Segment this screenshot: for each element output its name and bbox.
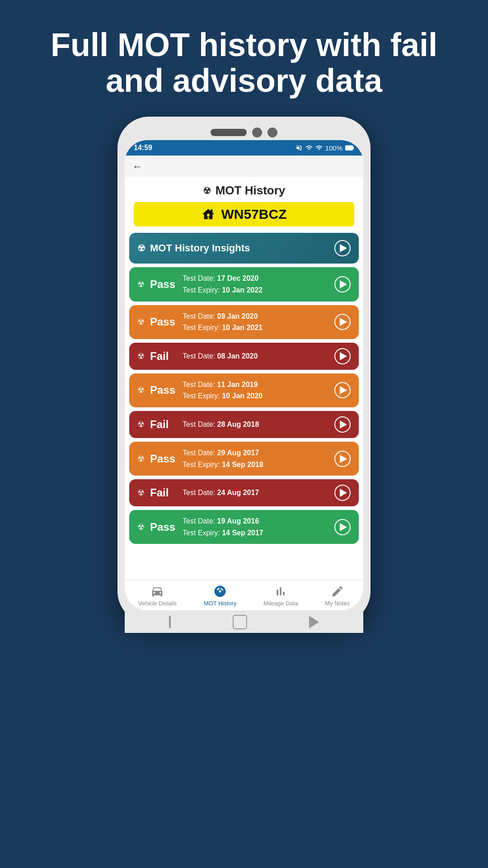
play-icon-6: [340, 489, 347, 497]
license-plate: WN57BCZ: [134, 202, 354, 226]
garage-icon: [201, 207, 216, 222]
status-time: 14:59: [134, 144, 152, 152]
mot-row-2[interactable]: ☢ Fail Test Date: 08 Jan 2020: [129, 343, 359, 370]
mot-rows-container: ☢ Pass Test Date: 17 Dec 2020Test Expiry…: [129, 267, 359, 544]
title-text: MOT History: [216, 184, 286, 198]
mot-row-1[interactable]: ☢ Pass Test Date: 09 Jan 2020Test Expiry…: [129, 305, 359, 339]
nav-item-mot-history[interactable]: MOT History: [204, 585, 237, 607]
nav-item-my-notes[interactable]: My Notes: [325, 585, 350, 607]
play-btn-5[interactable]: [334, 451, 351, 467]
mot-row-left-4: ☢ Fail Test Date: 28 Aug 2018: [137, 418, 259, 431]
nav-bar: ←: [125, 156, 363, 177]
home-triangle-icon: [309, 616, 319, 628]
pencil-icon: [331, 585, 344, 598]
mot-row-3[interactable]: ☢ Pass Test Date: 11 Jan 2019Test Expiry…: [129, 373, 359, 407]
mot-row-left-5: ☢ Pass Test Date: 29 Aug 2017Test Expiry…: [137, 447, 263, 470]
back-button[interactable]: ←: [132, 160, 143, 173]
play-btn-7[interactable]: [334, 519, 351, 535]
car-icon: [150, 585, 164, 598]
mot-rad-icon-4: ☢: [137, 420, 145, 429]
mot-row-0[interactable]: ☢ Pass Test Date: 17 Dec 2020Test Expiry…: [129, 267, 359, 301]
mot-row-left-3: ☢ Pass Test Date: 11 Jan 2019Test Expiry…: [137, 379, 263, 402]
status-bar: 14:59 100%: [125, 140, 363, 156]
battery-icon: [345, 145, 354, 151]
screen-content: ☢ MOT History WN57BCZ ☢ MOT History Insi…: [125, 177, 363, 580]
phone-wrap: 14:59 100% ← ☢ MOT History: [117, 117, 371, 623]
play-btn-0[interactable]: [334, 276, 351, 292]
mot-rad-icon-5: ☢: [137, 454, 145, 464]
mot-row-left-7: ☢ Pass Test Date: 19 Aug 2016Test Expiry…: [137, 515, 263, 538]
svg-rect-0: [345, 146, 353, 150]
play-btn-2[interactable]: [334, 348, 351, 364]
insights-radiation-icon: ☢: [137, 243, 145, 254]
mot-status-5: Pass: [150, 453, 177, 465]
nav-vehicle-details-label: Vehicle Details: [138, 600, 177, 607]
mot-status-2: Fail: [150, 350, 177, 363]
mot-status-1: Pass: [150, 316, 177, 328]
headline: Full MOT history with fail and advisory …: [0, 0, 488, 112]
insights-row[interactable]: ☢ MOT History Insights: [129, 233, 359, 264]
play-btn-6[interactable]: [334, 485, 351, 501]
status-icons: 100%: [296, 144, 354, 152]
mot-dates-6: Test Date: 24 Aug 2017: [183, 487, 259, 499]
play-icon-1: [340, 318, 347, 326]
mot-dates-0: Test Date: 17 Dec 2020Test Expiry: 10 Ja…: [183, 273, 263, 296]
phone-outer: 14:59 100% ← ☢ MOT History: [117, 117, 371, 623]
nav-notes-label: My Notes: [325, 600, 350, 607]
mot-rad-icon-7: ☢: [137, 522, 145, 532]
phone-speaker: [211, 129, 247, 136]
mot-row-4[interactable]: ☢ Fail Test Date: 28 Aug 2018: [129, 411, 359, 438]
mot-row-left-2: ☢ Fail Test Date: 08 Jan 2020: [137, 350, 258, 363]
mot-status-0: Pass: [150, 278, 177, 291]
mot-history-list: ☢ MOT History Insights ☢ Pass Test Date:…: [125, 233, 363, 544]
wifi-icon: [305, 144, 313, 151]
mot-status-7: Pass: [150, 521, 177, 533]
bottom-nav: Vehicle Details MOT History Mileage Data: [125, 580, 363, 610]
mot-dates-2: Test Date: 08 Jan 2020: [183, 350, 258, 362]
mot-dates-7: Test Date: 19 Aug 2016Test Expiry: 14 Se…: [183, 515, 263, 538]
mot-status-3: Pass: [150, 384, 177, 396]
mot-status-4: Fail: [150, 418, 177, 431]
play-btn-3[interactable]: [334, 382, 351, 398]
mot-row-6[interactable]: ☢ Fail Test Date: 24 Aug 2017: [129, 479, 359, 506]
play-icon-5: [340, 455, 347, 463]
home-bar-icon: [169, 616, 171, 628]
radiation-icon-nav: [213, 585, 227, 598]
mot-rad-icon-3: ☢: [137, 385, 145, 395]
nav-mileage-label: Mileage Data: [263, 600, 298, 607]
mot-dates-1: Test Date: 09 Jan 2020Test Expiry: 10 Ja…: [183, 311, 263, 334]
nav-item-mileage-data[interactable]: Mileage Data: [263, 585, 298, 607]
plate-text: WN57BCZ: [221, 207, 286, 222]
mot-row-7[interactable]: ☢ Pass Test Date: 19 Aug 2016Test Expiry…: [129, 510, 359, 544]
insights-play-icon: [340, 244, 347, 252]
nav-mot-history-label: MOT History: [204, 600, 237, 607]
mot-rad-icon-2: ☢: [137, 351, 145, 361]
play-icon-7: [340, 523, 347, 531]
battery-percent: 100%: [325, 144, 343, 152]
insights-label-text: MOT History Insights: [150, 242, 250, 254]
mot-dates-5: Test Date: 29 Aug 2017Test Expiry: 14 Se…: [183, 447, 263, 470]
title-radiation-icon: ☢: [203, 185, 211, 196]
page-title: ☢ MOT History: [125, 177, 363, 202]
phone-camera-2: [267, 127, 277, 137]
mot-row-left-0: ☢ Pass Test Date: 17 Dec 2020Test Expiry…: [137, 273, 263, 296]
play-icon-4: [340, 420, 347, 429]
play-icon-0: [340, 280, 347, 288]
play-btn-1[interactable]: [334, 314, 351, 330]
mot-status-6: Fail: [150, 486, 177, 499]
mute-icon: [296, 144, 303, 151]
mot-row-left-6: ☢ Fail Test Date: 24 Aug 2017: [137, 486, 259, 499]
play-icon-3: [340, 386, 347, 394]
home-circle-icon: [233, 615, 247, 629]
mot-rad-icon-6: ☢: [137, 488, 145, 498]
nav-item-vehicle-details[interactable]: Vehicle Details: [138, 585, 177, 607]
svg-rect-1: [353, 147, 354, 149]
phone-screen: 14:59 100% ← ☢ MOT History: [125, 140, 363, 610]
mot-row-5[interactable]: ☢ Pass Test Date: 29 Aug 2017Test Expiry…: [129, 442, 359, 476]
mot-row-left-1: ☢ Pass Test Date: 09 Jan 2020Test Expiry…: [137, 311, 263, 334]
mot-rad-icon-0: ☢: [137, 279, 145, 289]
play-btn-4[interactable]: [334, 416, 351, 433]
insights-play-btn[interactable]: [334, 240, 351, 256]
bar-chart-icon: [274, 585, 287, 598]
play-icon-2: [340, 352, 347, 360]
